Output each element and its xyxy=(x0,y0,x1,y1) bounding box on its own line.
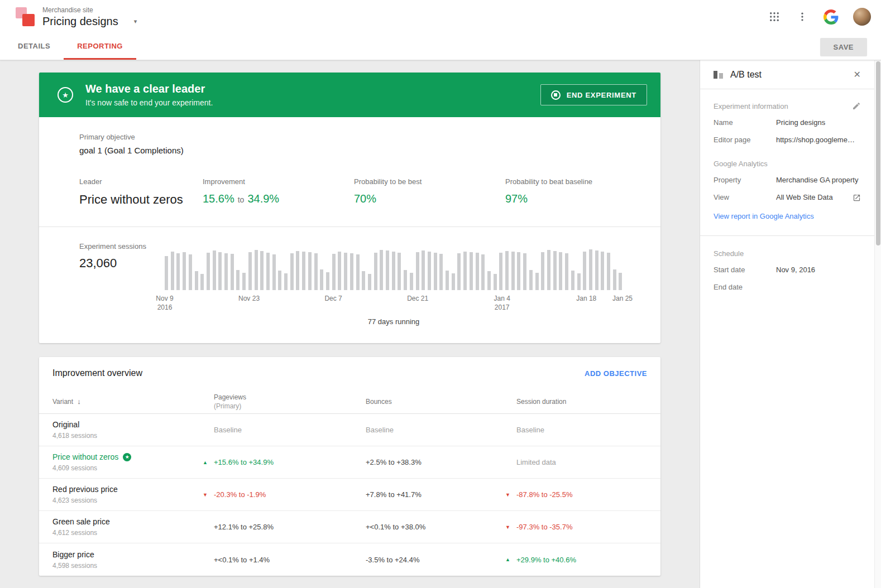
chart-bar xyxy=(595,250,598,290)
chart-bar xyxy=(583,252,586,290)
end-date-field: End date xyxy=(714,282,861,292)
up-arrow-icon: ▲ xyxy=(505,557,510,562)
sessions-bar-chart-bars xyxy=(165,249,623,290)
sessions-chart-axis: Nov 92016Nov 23Dec 7Dec 21Jan 42017Jan 1… xyxy=(165,294,623,313)
metric-value: -97.3% to -35.7% xyxy=(516,523,572,531)
optimize-logo-icon[interactable] xyxy=(16,7,35,26)
chart-bar xyxy=(404,270,407,290)
axis-tick-label: Dec 7 xyxy=(324,294,342,303)
chart-bar xyxy=(439,254,443,290)
chart-bar xyxy=(619,273,622,290)
chart-bar xyxy=(374,253,377,290)
end-experiment-button[interactable]: END EXPERIMENT xyxy=(540,84,647,105)
table-row[interactable]: Red previous price4,623 sessions▼-20.3% … xyxy=(39,479,660,511)
chart-bar xyxy=(499,253,502,290)
property-label: Property xyxy=(714,175,776,185)
add-objective-button[interactable]: ADD OBJECTIVE xyxy=(585,369,647,378)
chart-bar xyxy=(392,252,395,290)
vertical-scrollbar[interactable] xyxy=(874,60,881,588)
chart-bar xyxy=(410,273,413,290)
chart-bar xyxy=(272,254,276,290)
overview-table-body: Original4,618 sessionsBaselineBaselineBa… xyxy=(39,414,660,576)
user-avatar[interactable] xyxy=(853,8,871,26)
metric-cell: +<0.1% to +38.0% xyxy=(366,523,516,531)
chart-bar xyxy=(422,250,425,290)
table-row[interactable]: Bigger price4,598 sessions+<0.1% to +1.4… xyxy=(39,543,660,576)
improvement-label: Improvement xyxy=(203,177,354,186)
chart-bar xyxy=(505,251,509,290)
metric-cell: +2.5% to +38.3% xyxy=(366,458,516,466)
improvement-overview-card: Improvement overview ADD OBJECTIVE Varia… xyxy=(39,357,660,576)
chart-bar xyxy=(553,251,557,290)
sort-descending-icon[interactable]: ↓ xyxy=(77,397,81,406)
site-label: Merchandise site xyxy=(42,6,137,14)
variant-name: Bigger price xyxy=(52,550,214,559)
variant-name: Green sale price xyxy=(52,517,214,526)
tab-details[interactable]: DETAILS xyxy=(4,33,64,60)
leader-star-icon: ★ xyxy=(58,87,73,103)
column-variant: Variant xyxy=(52,398,73,406)
chart-bar xyxy=(284,273,288,290)
apps-grid-icon[interactable] xyxy=(768,10,781,23)
header-actions xyxy=(768,8,871,26)
chart-bar xyxy=(338,252,341,290)
leader-card: ★ We have a clear leader It's now safe t… xyxy=(39,73,660,343)
chevron-down-icon[interactable]: ▾ xyxy=(134,18,137,25)
more-vert-icon[interactable] xyxy=(796,10,809,23)
improvement-to: 34.9% xyxy=(247,192,279,205)
view-label: View xyxy=(714,192,776,203)
chart-bar xyxy=(380,250,383,290)
axis-tick-label: Jan 42017 xyxy=(494,294,510,312)
stat-leader: Leader Price without zeros xyxy=(79,177,203,207)
save-button[interactable]: SAVE xyxy=(820,38,867,56)
chart-bar xyxy=(601,252,604,290)
table-row[interactable]: Price without zeros★4,609 sessions▲+15.6… xyxy=(39,446,660,479)
chart-bar xyxy=(476,253,479,290)
prob-beat-label: Probability to beat baseline xyxy=(505,177,660,186)
variant-name: Price without zeros★ xyxy=(52,452,214,461)
name-value: Pricing designs xyxy=(776,118,861,128)
metric-cell: -3.5% to +24.4% xyxy=(366,556,516,564)
table-row[interactable]: Original4,618 sessionsBaselineBaselineBa… xyxy=(39,414,660,446)
chart-bar xyxy=(224,253,228,290)
chart-bar xyxy=(189,254,192,290)
chart-bar xyxy=(344,253,347,290)
metric-value: +29.9% to +40.6% xyxy=(516,556,576,564)
open-in-new-icon[interactable] xyxy=(853,194,861,202)
close-icon[interactable]: ✕ xyxy=(854,69,861,80)
start-date-label: Start date xyxy=(714,265,776,275)
variant-cell: Bigger price4,598 sessions xyxy=(52,550,214,570)
banner-subtitle: It's now safe to end your experiment. xyxy=(85,98,213,107)
chart-bar xyxy=(463,252,467,290)
page-title: Pricing designs xyxy=(42,15,118,28)
experiment-info-heading: Experiment information xyxy=(714,102,788,110)
metric-cell: Limited data xyxy=(516,458,647,466)
chart-bar xyxy=(613,269,616,290)
google-logo-icon[interactable] xyxy=(823,9,839,25)
variant-name: Red previous price xyxy=(52,485,214,494)
chart-bar xyxy=(200,274,204,290)
chart-bar xyxy=(452,273,455,290)
edit-pencil-icon[interactable] xyxy=(852,102,861,110)
google-analytics-heading: Google Analytics xyxy=(714,160,768,168)
view-report-link[interactable]: View report in Google Analytics xyxy=(714,212,814,220)
sessions-bar-chart: Nov 92016Nov 23Dec 7Dec 21Jan 42017Jan 1… xyxy=(165,249,623,326)
tab-reporting[interactable]: REPORTING xyxy=(64,33,136,60)
variant-cell: Red previous price4,623 sessions xyxy=(52,485,214,504)
leader-badge-icon: ★ xyxy=(123,453,131,461)
metric-cell: Baseline xyxy=(366,426,516,434)
chart-bar xyxy=(434,253,437,290)
scrollbar-thumb[interactable] xyxy=(876,61,880,245)
stat-prob-beat: Probability to beat baseline 97% xyxy=(505,177,660,207)
stat-prob-best: Probability to be best 70% xyxy=(354,177,505,207)
chart-bar xyxy=(511,252,515,290)
chart-bar xyxy=(356,254,360,290)
chart-bar xyxy=(255,250,258,290)
chart-bar xyxy=(320,269,323,290)
chart-bar xyxy=(183,252,186,290)
metric-value: +<0.1% to +1.4% xyxy=(214,556,270,564)
overview-table-header: Variant ↓ Pageviews (Primary) Bounces Se… xyxy=(39,389,660,414)
table-row[interactable]: Green sale price4,612 sessions+12.1% to … xyxy=(39,511,660,543)
metric-cell: ▼-20.3% to -1.9% xyxy=(214,490,366,499)
chart-bar xyxy=(171,252,174,290)
